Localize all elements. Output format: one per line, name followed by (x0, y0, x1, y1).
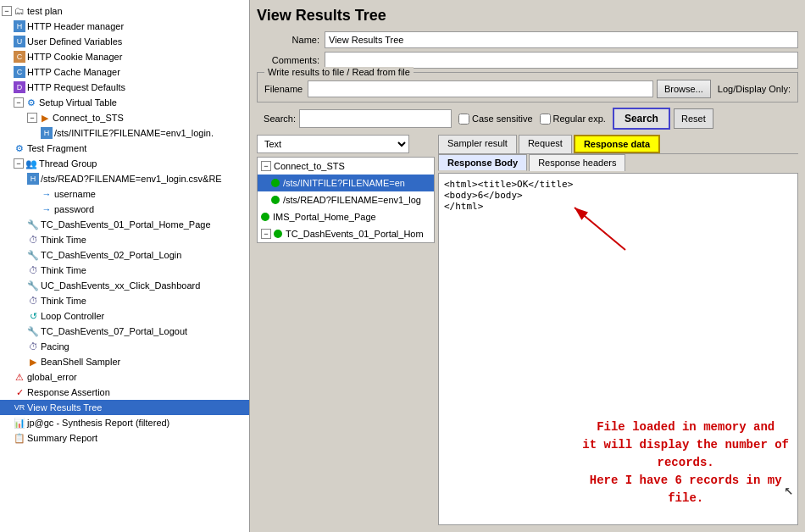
tree-item-req-defaults[interactable]: D HTTP Request Defaults (0, 80, 249, 95)
tree-item-response-assertion[interactable]: ✓ Response Assertion (0, 385, 249, 400)
expand-setup-vt[interactable]: − (14, 97, 24, 108)
tree-item-setup-vt[interactable]: − ⚙ Setup Virtual Table (0, 95, 249, 110)
expand-connect-sts[interactable]: − (27, 113, 37, 123)
search-input[interactable] (299, 109, 452, 128)
tab-response-data[interactable]: Response data (574, 135, 660, 153)
tree-item-tc01[interactable]: 🔧 TC_DashEvents_01_Portal_Home_Page (0, 217, 249, 232)
cache-icon: C (14, 66, 25, 78)
name-label: Name: (257, 35, 325, 45)
name-input[interactable] (325, 31, 798, 48)
expand-result-tc01[interactable]: − (261, 229, 271, 239)
summary-report-icon: 📋 (14, 432, 25, 444)
results-area: Text RegExp − Connect_to_STS /sts/INITFI… (257, 135, 798, 525)
search-button[interactable]: Search (613, 108, 670, 130)
tree-label-thread-group: Thread Group (39, 157, 97, 170)
text-dropdown-row: Text RegExp (257, 135, 435, 153)
tree-item-think-1[interactable]: ⏱ Think Time (0, 232, 249, 247)
tree-item-think-2[interactable]: ⏱ Think Time (0, 263, 249, 278)
loop-icon: ↺ (27, 310, 39, 322)
tree-item-pacing[interactable]: ⏱ Pacing (0, 339, 249, 354)
tree-item-cache[interactable]: C HTTP Cache Manager (0, 64, 249, 80)
sub-tab-response-body[interactable]: Response Body (438, 154, 527, 171)
username-icon: → (41, 188, 53, 200)
tree-label-connect-sts: Connect_to_STS (53, 111, 124, 125)
annotation-line5: file. (582, 490, 789, 507)
regular-exp-checkbox[interactable] (540, 114, 551, 125)
tree-label-test-fragment: Test Fragment (27, 141, 86, 155)
result-ims-label: IMS_Portal_Home_Page (273, 210, 376, 224)
reset-button[interactable]: Reset (674, 108, 713, 129)
result-item-read[interactable]: /sts/READ?FILENAME=env1_log (258, 191, 434, 208)
tree-item-uc-xx[interactable]: 🔧 UC_DashEvents_xx_Click_Dashboard (0, 278, 249, 293)
req-defaults-icon: D (14, 81, 25, 93)
user-vars-icon: U (14, 36, 25, 47)
tree-item-global-error[interactable]: ⚠ global_error (0, 369, 249, 385)
tree-item-tc07[interactable]: 🔧 TC_DashEvents_07_Portal_Logout (0, 324, 249, 339)
case-sensitive-label[interactable]: Case sensitive (458, 114, 533, 125)
tab-sampler-result[interactable]: Sampler result (438, 135, 517, 153)
annotation-line2: it will display the number of (582, 436, 789, 454)
tree-item-user-vars[interactable]: U User Defined Variables (0, 34, 249, 49)
tree-item-connect-sts[interactable]: − ▶ Connect_to_STS (0, 110, 249, 125)
status-dot-ims (261, 213, 269, 221)
comments-row: Comments: (257, 52, 798, 69)
tree-label-tc07: TC_DashEvents_07_Portal_Logout (41, 324, 187, 338)
view-results-tree-icon: VR (14, 402, 25, 413)
regular-exp-label[interactable]: Regular exp. (540, 114, 606, 125)
status-dot-read (271, 196, 280, 204)
panel-title: View Results Tree (257, 7, 798, 25)
tree-item-thread-group[interactable]: − 👥 Thread Group (0, 156, 249, 171)
tree-label-uc-xx: UC_DashEvents_xx_Click_Dashboard (41, 279, 200, 292)
text-dropdown[interactable]: Text RegExp (257, 135, 409, 153)
tab-request[interactable]: Request (519, 135, 572, 153)
browse-button[interactable]: Browse... (657, 80, 711, 98)
tree-item-cookie[interactable]: C HTTP Cookie Manager (0, 49, 249, 64)
tree-label-sts-read: /sts/READ?FILENAME=env1_login.csv&RE (41, 172, 222, 186)
left-tree-panel: − 🗂 test plan H HTTP Header manager U Us… (0, 0, 250, 532)
result-read-label: /sts/READ?FILENAME=env1_log (283, 193, 421, 207)
tree-item-loop[interactable]: ↺ Loop Controller (0, 308, 249, 324)
tree-item-beanshell[interactable]: ▶ BeanShell Sampler (0, 354, 249, 369)
tree-item-summary-report[interactable]: 📋 Summary Report (0, 430, 249, 446)
tree-item-password[interactable]: → password (0, 202, 249, 217)
filename-input[interactable] (308, 80, 653, 97)
results-tree-container: Text RegExp − Connect_to_STS /sts/INITFI… (257, 135, 435, 525)
tree-item-test-plan[interactable]: − 🗂 test plan (0, 3, 249, 19)
global-error-icon: ⚠ (14, 371, 25, 383)
tree-label-tc02: TC_DashEvents_02_Portal_Login (41, 248, 181, 262)
filename-row: Filename Browse... Log/Display Only: (264, 80, 791, 98)
result-item-ims[interactable]: IMS_Portal_Home_Page (258, 208, 434, 225)
expand-test-plan[interactable]: − (2, 6, 12, 16)
comments-input[interactable] (325, 52, 798, 69)
results-tree-panel: − Connect_to_STS /sts/INITFILE?FILENAME=… (257, 157, 435, 243)
initfile-icon: H (41, 127, 53, 139)
tree-item-jp-gc[interactable]: 📊 jp@gc - Synthesis Report (filtered) (0, 415, 249, 430)
tree-item-test-fragment[interactable]: ⚙ Test Fragment (0, 141, 249, 156)
tree-item-sts-read[interactable]: H /sts/READ?FILENAME=env1_login.csv&RE (0, 171, 249, 186)
sub-tab-response-headers[interactable]: Response headers (529, 154, 625, 171)
result-item-initfile[interactable]: /sts/INITFILE?FILENAME=en (258, 175, 434, 191)
result-connect-label: Connect_to_STS (274, 159, 345, 173)
main-tabs-row: Sampler result Request Response data (438, 135, 798, 154)
case-sensitive-text: Case sensitive (472, 114, 533, 124)
result-tc01-label: TC_DashEvents_01_Portal_Hom (286, 227, 424, 241)
tree-item-view-results-tree[interactable]: VR View Results Tree (0, 400, 249, 415)
case-sensitive-checkbox[interactable] (458, 114, 469, 125)
tree-item-think-3[interactable]: ⏱ Think Time (0, 293, 249, 308)
cookie-icon: C (14, 51, 25, 63)
tree-item-tc02[interactable]: 🔧 TC_DashEvents_02_Portal_Login (0, 247, 249, 263)
result-item-tc01[interactable]: − TC_DashEvents_01_Portal_Hom (258, 225, 434, 242)
testplan-icon: 🗂 (14, 5, 25, 17)
tree-item-initfile[interactable]: H /sts/INITFILE?FILENAME=env1_login. (0, 125, 249, 141)
tree-item-http-header[interactable]: H HTTP Header manager (0, 19, 249, 34)
tree-label-password: password (54, 202, 94, 216)
expand-thread-group[interactable]: − (14, 158, 24, 169)
search-row: Search: Case sensitive Regular exp. Sear… (257, 108, 798, 130)
tree-item-username[interactable]: → username (0, 186, 249, 202)
sts-read-icon: H (27, 173, 39, 185)
result-item-connect-sts[interactable]: − Connect_to_STS (258, 158, 434, 175)
name-row: Name: (257, 31, 798, 48)
expand-result-connect[interactable]: − (261, 161, 271, 171)
tree-label-http-header: HTTP Header manager (27, 19, 124, 33)
beanshell-icon: ▶ (27, 356, 39, 368)
